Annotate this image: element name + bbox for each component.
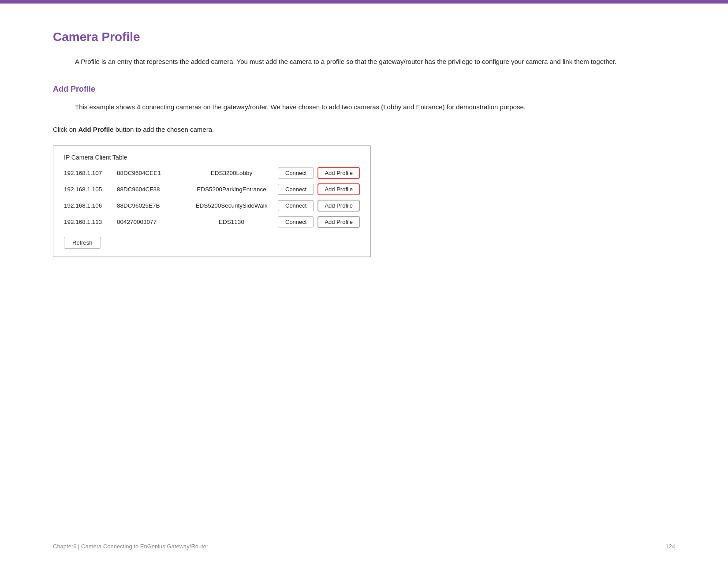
footer-right: 124 [665, 543, 675, 550]
camera-mac: 004270003077 [117, 219, 185, 225]
top-bar [0, 0, 728, 4]
page-title: Camera Profile [53, 30, 675, 44]
table-row: 192.168.1.10788DC9604CEE1EDS3200LobbyCon… [64, 167, 360, 179]
table-row: 192.168.1.10588DC9604CF38EDS5200ParkingE… [64, 183, 360, 195]
table-row: 192.168.1.113004270003077EDS1130ConnectA… [64, 216, 360, 228]
refresh-button[interactable]: Refresh [64, 237, 101, 249]
camera-name: EDS5200ParkingEntrance [185, 186, 278, 193]
camera-mac: 88DC9604CEE1 [117, 170, 185, 176]
add-profile-button[interactable]: Add Profile [317, 200, 360, 212]
footer: Chapter6 | Camera Connecting to EnGenius… [0, 543, 728, 550]
camera-mac: 88DC9604CF38 [117, 186, 185, 193]
connect-button[interactable]: Connect [278, 167, 314, 179]
camera-ip: 192.168.1.107 [64, 170, 117, 176]
section-title: Add Profile [53, 85, 675, 94]
connect-button[interactable]: Connect [278, 184, 314, 195]
table-heading: IP Camera Client Table [64, 154, 360, 161]
connect-button[interactable]: Connect [278, 200, 314, 211]
camera-mac: 88DC96025E7B [117, 202, 185, 209]
camera-name: EDS5200SecuritySideWalk [185, 202, 278, 209]
camera-name: EDS3200Lobby [185, 170, 278, 176]
click-instruction: Click on Add Profile button to add the c… [53, 126, 675, 133]
camera-name: EDS1130 [185, 219, 278, 225]
add-profile-button[interactable]: Add Profile [317, 183, 360, 195]
add-profile-button[interactable]: Add Profile [317, 167, 360, 179]
add-profile-button[interactable]: Add Profile [317, 216, 360, 228]
intro-text: A Profile is an entry that represents th… [75, 56, 675, 67]
section-desc: This example shows 4 connecting cameras … [75, 102, 675, 112]
camera-ip: 192.168.1.105 [64, 186, 117, 193]
connect-button[interactable]: Connect [278, 216, 314, 227]
camera-table-container: IP Camera Client Table 192.168.1.10788DC… [53, 145, 371, 257]
camera-ip: 192.168.1.106 [64, 202, 117, 209]
footer-left: Chapter6 | Camera Connecting to EnGenius… [53, 543, 208, 550]
camera-ip: 192.168.1.113 [64, 219, 117, 225]
table-row: 192.168.1.10688DC96025E7BEDS5200Security… [64, 200, 360, 212]
